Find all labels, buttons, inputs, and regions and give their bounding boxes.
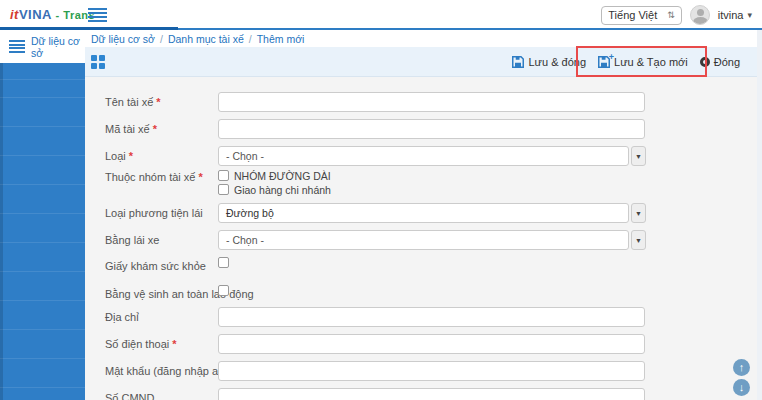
sidebar-panel xyxy=(0,63,85,400)
field-label: Bằng lái xe xyxy=(105,230,159,250)
loai-phuong-tien-select[interactable]: Đường bộ xyxy=(218,203,629,223)
app-logo: itVINA - Trans xyxy=(10,7,95,22)
close-label: Đóng xyxy=(714,56,740,68)
giao-hang-chi-nhanh-checkbox[interactable] xyxy=(218,184,229,195)
required-marker: * xyxy=(153,123,157,135)
required-marker: * xyxy=(129,150,133,162)
close-button[interactable]: Đóng xyxy=(700,56,740,68)
required-marker: * xyxy=(156,96,160,108)
breadcrumb-link-du-lieu-co-so[interactable]: Dữ liệu cơ sở xyxy=(91,33,155,45)
checkbox-option-label[interactable]: Giao hàng chi nhánh xyxy=(234,184,331,196)
logo-part-1: it xyxy=(10,7,19,22)
dropdown-arrow-icon[interactable]: ▼ xyxy=(631,203,646,223)
save-and-new-button[interactable]: + Lưu & Tạo mới xyxy=(598,56,688,68)
save-new-icon: + xyxy=(598,56,610,68)
field-label: Mật khẩu (đăng nhập app) xyxy=(105,361,234,381)
mat-khau-input[interactable] xyxy=(218,361,645,381)
checkbox-option-label[interactable]: NHÓM ĐƯỜNG DÀI xyxy=(234,170,331,182)
dia-chi-input[interactable] xyxy=(218,307,645,327)
user-menu[interactable]: itvina ▾ xyxy=(718,9,752,21)
scroll-to-top-button[interactable]: ↑ xyxy=(733,359,750,376)
field-label: Số điện thoại* xyxy=(105,334,177,354)
list-icon xyxy=(9,40,25,53)
giay-kham-suc-khoe-checkbox[interactable] xyxy=(218,257,229,268)
bang-ve-sinh-checkbox[interactable] xyxy=(218,285,229,296)
dropdown-arrow-icon[interactable]: ▼ xyxy=(631,146,646,166)
topbar-right-group: Tiếng Việt ⇅ itvina ▾ xyxy=(601,4,752,26)
field-label: Loại* xyxy=(105,146,133,166)
save-and-new-label: Lưu & Tạo mới xyxy=(614,56,688,68)
save-and-close-label: Lưu & đóng xyxy=(528,56,586,68)
select-arrows-icon: ⇅ xyxy=(667,10,675,20)
menu-toggle-icon[interactable] xyxy=(88,8,107,22)
app-window: itVINA - Trans Tiếng Việt ⇅ itvina ▾ Dữ … xyxy=(0,0,762,400)
top-bar: itVINA - Trans Tiếng Việt ⇅ itvina ▾ xyxy=(0,0,762,30)
dropdown-arrow-icon[interactable]: ▼ xyxy=(631,230,646,250)
plus-badge: + xyxy=(609,52,614,62)
page-gutter xyxy=(757,30,762,400)
ma-tai-xe-input[interactable] xyxy=(218,119,645,139)
scroll-to-bottom-button[interactable]: ↓ xyxy=(733,379,750,396)
field-label: Tên tài xế* xyxy=(105,92,161,112)
breadcrumb: Dữ liệu cơ sở / Danh mục tài xế / Thêm m… xyxy=(85,30,757,47)
field-label: Thuộc nhóm tài xế* xyxy=(105,167,203,187)
breadcrumb-separator: / xyxy=(249,33,252,45)
so-cmnd-input[interactable] xyxy=(218,388,645,400)
ten-tai-xe-input[interactable] xyxy=(218,92,645,112)
chevron-down-icon: ▾ xyxy=(747,10,752,20)
nhom-duong-dai-checkbox[interactable] xyxy=(218,170,229,181)
so-dien-thoai-input[interactable] xyxy=(218,334,645,354)
sidebar-item-label: Dữ liệu cơ sở xyxy=(31,35,85,59)
sidebar-item-du-lieu-co-so[interactable]: Dữ liệu cơ sở xyxy=(0,30,85,63)
language-select[interactable]: Tiếng Việt ⇅ xyxy=(601,6,681,25)
close-icon xyxy=(700,57,710,67)
breadcrumb-link-danh-muc-tai-xe[interactable]: Danh mục tài xế xyxy=(168,33,244,45)
language-select-value: Tiếng Việt xyxy=(608,9,657,21)
driver-form-panel: Tên tài xế* Mã tài xế* Loại* - Chọn - ▼ … xyxy=(85,77,757,400)
field-label: Số CMND xyxy=(105,388,155,400)
toolbar: Lưu & đóng + Lưu & Tạo mới Đóng xyxy=(85,47,757,77)
breadcrumb-current-them-moi: Thêm mới xyxy=(257,33,305,45)
save-and-close-button[interactable]: Lưu & đóng xyxy=(512,56,586,68)
required-marker: * xyxy=(199,171,203,183)
avatar[interactable] xyxy=(690,5,710,25)
logo-part-2: VINA xyxy=(19,7,52,22)
field-label: Bằng vệ sinh an toàn lao động xyxy=(105,284,254,304)
username: itvina xyxy=(718,9,744,21)
breadcrumb-separator: / xyxy=(160,33,163,45)
toolbar-buttons: Lưu & đóng + Lưu & Tạo mới Đóng xyxy=(512,47,740,77)
field-label: Loại phương tiện lái xyxy=(105,203,203,223)
bang-lai-xe-select[interactable]: - Chọn - xyxy=(218,230,629,250)
field-label: Giấy khám sức khỏe xyxy=(105,256,206,276)
required-marker: * xyxy=(172,338,176,350)
field-label: Địa chỉ xyxy=(105,307,139,327)
field-label: Mã tài xế* xyxy=(105,119,157,139)
save-icon xyxy=(512,56,524,68)
loai-select[interactable]: - Chọn - xyxy=(218,146,629,166)
grid-menu-icon[interactable] xyxy=(91,55,105,69)
